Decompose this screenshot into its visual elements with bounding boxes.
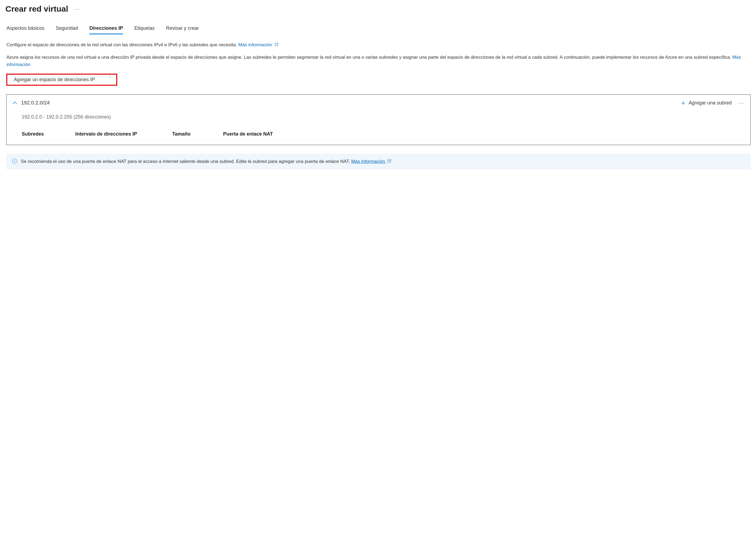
ip-space-more-icon[interactable]: ··· [738,100,744,106]
external-link-icon [275,42,278,48]
info-icon-wrap: i [12,159,17,163]
col-header-subnets: Subredes [22,131,62,137]
chevron-up-icon[interactable] [12,100,17,106]
col-header-ip-range: Intervalo de direcciones IP [75,131,159,137]
add-subnet-label: Agregar una subred [688,100,732,106]
ip-range-description: 192.0.2.0 - 192.0.2.255 (256 direcciones… [22,114,744,120]
tab-basics[interactable]: Aspectos básicos [6,26,44,34]
tab-security[interactable]: Seguridad [56,26,78,34]
ip-space-cidr: 192.0.2.0/24 [21,100,50,106]
info-banner-text: Se recomienda el uso de una puerta de en… [21,159,350,164]
subnets-table-header: Subredes Intervalo de direcciones IP Tam… [22,131,744,140]
more-info-link-1[interactable]: Más información [238,42,278,47]
add-ip-address-space-button[interactable]: Agregar un espacio de direcciones IP [6,74,117,86]
page-title: Crear red virtual [5,4,68,13]
tab-review-create[interactable]: Revisar y crear [166,26,199,34]
tab-ip-addresses[interactable]: Direcciones IP [89,26,123,34]
intro-paragraph-1: Configure el espacio de direcciones de l… [5,41,751,48]
plus-icon: ＋ [680,98,686,107]
tab-tags[interactable]: Etiquetas [134,26,155,34]
intro-paragraph-2: Azure asigna los recursos de una red vir… [5,54,751,68]
nat-info-banner: i Se recomienda el uso de una puerta de … [6,154,751,169]
info-icon: i [12,159,17,163]
intro-text-1: Configure el espacio de direcciones de l… [6,42,237,47]
info-banner-content: Se recomienda el uso de una puerta de en… [21,158,391,165]
ip-address-space-panel: 192.0.2.0/24 ＋ Agregar una subred ··· 19… [6,94,751,145]
intro-text-2: Azure asigna los recursos de una red vir… [6,55,731,60]
col-header-nat-gateway: Puerta de enlace NAT [223,131,744,137]
external-link-icon [388,159,391,165]
tabs-bar: Aspectos básicos Seguridad Direcciones I… [5,26,751,34]
col-header-size: Tamaño [172,131,210,137]
subnets-table: Subredes Intervalo de direcciones IP Tam… [22,131,744,140]
add-subnet-button[interactable]: ＋ Agregar una subred [680,98,732,107]
info-banner-more-link[interactable]: Más información [351,159,386,164]
more-actions-icon[interactable]: ··· [75,6,80,12]
